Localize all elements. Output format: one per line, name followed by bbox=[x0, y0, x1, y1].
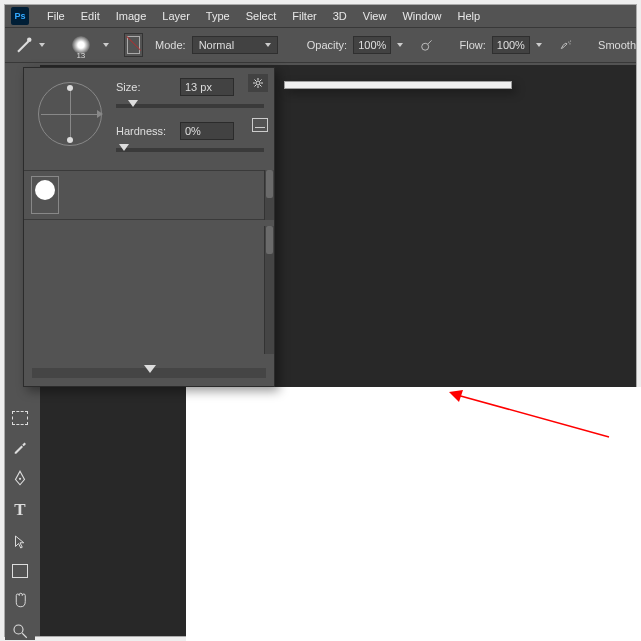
hardness-label: Hardness: bbox=[116, 125, 172, 137]
brush-size-readout: 13 bbox=[76, 51, 85, 60]
rect-marquee-tool-icon[interactable] bbox=[12, 411, 28, 425]
menu-file[interactable]: File bbox=[39, 7, 73, 25]
size-label: Size: bbox=[116, 81, 172, 93]
brush-panel-context-menu bbox=[284, 81, 512, 89]
brush-hardness-slider[interactable] bbox=[116, 148, 264, 152]
svg-line-13 bbox=[255, 80, 257, 82]
smoothing-label: Smooth bbox=[598, 39, 636, 51]
svg-line-14 bbox=[260, 85, 262, 87]
chevron-down-icon[interactable] bbox=[39, 43, 45, 47]
tool-strip: T bbox=[5, 405, 35, 640]
menu-image[interactable]: Image bbox=[108, 7, 155, 25]
flow-input[interactable]: 100% bbox=[492, 36, 530, 54]
menu-type[interactable]: Type bbox=[198, 7, 238, 25]
svg-point-2 bbox=[568, 42, 569, 43]
recent-brushes-scrollbar[interactable] bbox=[264, 170, 274, 220]
options-bar: 13 Mode: Normal Opacity: 100% Flow: 100%… bbox=[5, 27, 636, 63]
opacity-label: Opacity: bbox=[307, 39, 347, 51]
svg-point-1 bbox=[422, 43, 429, 50]
blend-mode-select[interactable]: Normal bbox=[192, 36, 278, 54]
svg-point-3 bbox=[570, 40, 571, 41]
menu-filter[interactable]: Filter bbox=[284, 7, 324, 25]
recent-brushes-row bbox=[24, 170, 264, 220]
flow-label: Flow: bbox=[459, 39, 485, 51]
blend-mode-value: Normal bbox=[199, 39, 234, 51]
menu-layer[interactable]: Layer bbox=[154, 7, 198, 25]
tool-preset-picker[interactable] bbox=[15, 34, 33, 56]
brush-hardness-input[interactable]: 0% bbox=[180, 122, 234, 140]
airbrush-icon[interactable] bbox=[559, 36, 573, 54]
menu-3d[interactable]: 3D bbox=[325, 7, 355, 25]
menu-select[interactable]: Select bbox=[238, 7, 285, 25]
menu-window[interactable]: Window bbox=[394, 7, 449, 25]
chevron-down-icon bbox=[265, 43, 271, 47]
brush-preset-list[interactable] bbox=[32, 226, 264, 354]
pen-tool-icon[interactable] bbox=[11, 469, 29, 487]
create-new-brush-icon[interactable] bbox=[252, 118, 268, 132]
canvas[interactable] bbox=[186, 387, 641, 641]
mode-label: Mode: bbox=[155, 39, 186, 51]
svg-line-7 bbox=[22, 633, 27, 638]
app-badge[interactable]: Ps bbox=[11, 7, 29, 25]
brush-size-input[interactable]: 13 px bbox=[180, 78, 234, 96]
menu-help[interactable]: Help bbox=[450, 7, 489, 25]
panel-resize-slider[interactable] bbox=[32, 368, 266, 378]
brush-angle-picker[interactable] bbox=[38, 82, 102, 146]
svg-point-8 bbox=[256, 81, 260, 85]
path-select-tool-icon[interactable] bbox=[11, 533, 29, 551]
brush-size-slider[interactable] bbox=[116, 104, 264, 108]
svg-line-15 bbox=[255, 85, 257, 87]
svg-point-5 bbox=[19, 478, 21, 480]
opacity-input[interactable]: 100% bbox=[353, 36, 391, 54]
zoom-tool-icon[interactable] bbox=[11, 622, 29, 640]
brush-settings-toggle[interactable] bbox=[124, 33, 143, 57]
recent-brush-thumb[interactable] bbox=[32, 177, 58, 213]
preset-list-scrollbar[interactable] bbox=[264, 226, 274, 354]
svg-line-16 bbox=[260, 80, 262, 82]
rectangle-tool-icon[interactable] bbox=[12, 564, 28, 578]
pressure-opacity-icon[interactable] bbox=[420, 36, 434, 54]
photoshop-window: Ps FileEditImageLayerTypeSelectFilter3DV… bbox=[4, 4, 637, 637]
svg-point-0 bbox=[27, 38, 32, 43]
chevron-down-icon[interactable] bbox=[397, 43, 403, 47]
svg-point-4 bbox=[569, 43, 570, 44]
eyedropper-tool-icon[interactable] bbox=[11, 438, 29, 456]
brush-preset-picker[interactable]: 13 bbox=[65, 30, 97, 60]
type-tool-icon[interactable]: T bbox=[14, 500, 25, 520]
menu-edit[interactable]: Edit bbox=[73, 7, 108, 25]
menu-view[interactable]: View bbox=[355, 7, 395, 25]
chevron-down-icon[interactable] bbox=[103, 43, 109, 47]
brush-preset-panel: Size: 13 px Hardness: 0% bbox=[23, 67, 275, 387]
hand-tool-icon[interactable] bbox=[11, 591, 29, 609]
menubar: Ps FileEditImageLayerTypeSelectFilter3DV… bbox=[5, 5, 636, 27]
chevron-down-icon[interactable] bbox=[536, 43, 542, 47]
panel-gear-button[interactable] bbox=[248, 74, 268, 92]
svg-point-6 bbox=[14, 625, 23, 634]
